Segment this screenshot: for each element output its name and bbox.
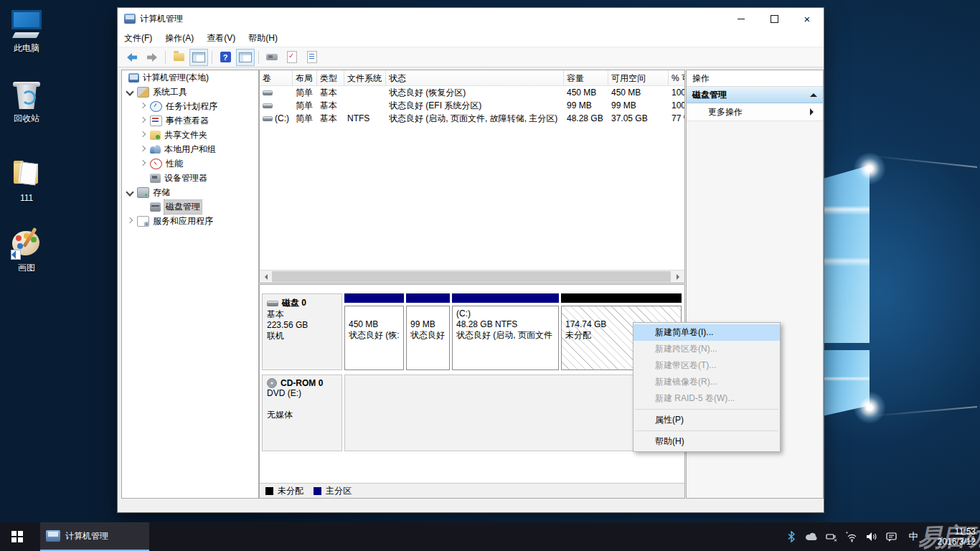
usb-device-icon[interactable]: [825, 530, 838, 543]
legend-label: 主分区: [326, 485, 352, 497]
windows-logo-icon: [11, 531, 23, 542]
disk-icon: [267, 301, 278, 306]
onedrive-cloud-icon[interactable]: [805, 530, 818, 543]
taskbar-clock[interactable]: 11:53 2016/3/12: [928, 527, 976, 547]
tree-item-label: 本地用户和组: [164, 143, 216, 156]
more-actions-item[interactable]: 更多操作: [687, 103, 823, 121]
horizontal-scrollbar[interactable]: [260, 270, 684, 283]
scroll-right-arrow[interactable]: [672, 270, 684, 283]
tree-item-local-users-groups[interactable]: 本地用户和组: [122, 142, 258, 156]
column-header-percent-free[interactable]: % 可用: [669, 70, 685, 85]
toolbar-separator: [212, 51, 212, 64]
close-icon: ×: [804, 14, 811, 24]
chevron-right-icon[interactable]: [139, 131, 146, 138]
tree-item-event-viewer[interactable]: 事件查看器: [122, 113, 258, 128]
tree-item-device-manager[interactable]: 设备管理器: [122, 171, 258, 185]
tree-item-storage[interactable]: 存储: [122, 185, 258, 199]
context-menu: 新建简单卷(I)... 新建跨区卷(N)... 新建带区卷(T)... 新建镜像…: [633, 322, 781, 452]
tree-item-system-tools[interactable]: 系统工具: [122, 85, 258, 99]
chevron-down-icon[interactable]: [126, 88, 133, 95]
disk0-title: 磁盘 0: [282, 297, 306, 309]
show-console-tree-button[interactable]: [189, 49, 208, 66]
tools-icon: [137, 87, 149, 98]
desktop-icon-paint[interactable]: 画图: [4, 228, 49, 274]
table-row[interactable]: (C:) 简单 基本 NTFS 状态良好 (启动, 页面文件, 故障转储, 主分…: [260, 112, 684, 125]
column-header-type[interactable]: 类型: [317, 70, 344, 85]
tree-item-performance[interactable]: 性能: [122, 156, 258, 171]
menu-file[interactable]: 文件(F): [118, 32, 159, 44]
device-tool-button[interactable]: [263, 49, 281, 66]
desktop-icon-this-pc[interactable]: 此电脑: [4, 9, 49, 55]
table-row[interactable]: 简单 基本 状态良好 (恢复分区) 450 MB 450 MB 100 %: [260, 86, 684, 99]
volume-speaker-icon[interactable]: [865, 530, 878, 543]
tree-item-disk-management[interactable]: 磁盘管理: [122, 199, 258, 214]
menu-item-properties[interactable]: 属性(P): [633, 412, 780, 428]
back-arrow-icon: [126, 52, 138, 62]
cdrom-label-cell[interactable]: CD-ROM 0 DVD (E:) 无媒体: [262, 375, 342, 451]
clock-time: 11:53: [955, 527, 976, 537]
tree-item-root[interactable]: 计算机管理(本地): [122, 70, 258, 85]
minimize-button[interactable]: [725, 8, 758, 29]
device-icon: [266, 54, 278, 60]
column-header-free-space[interactable]: 可用空间: [608, 70, 669, 85]
disk0-label-cell[interactable]: 磁盘 0 基本 223.56 GB 联机: [262, 293, 342, 370]
partition-recovery[interactable]: 450 MB 状态良好 (恢:: [344, 293, 404, 370]
desktop-icon-folder-111[interactable]: 111: [4, 159, 49, 203]
document-check-icon: [287, 51, 297, 63]
desktop-icon-label: 111: [4, 193, 49, 203]
desktop-icon-label: 画图: [4, 262, 49, 274]
menu-item-new-simple-volume[interactable]: 新建简单卷(I)...: [633, 324, 780, 341]
chevron-right-icon[interactable]: [139, 160, 146, 167]
scroll-left-arrow[interactable]: [260, 270, 272, 283]
table-row[interactable]: 简单 基本 状态良好 (EFI 系统分区) 99 MB 99 MB 100 %: [260, 99, 684, 112]
column-header-filesystem[interactable]: 文件系统: [344, 70, 386, 85]
tree-item-shared-folders[interactable]: 共享文件夹: [122, 128, 258, 142]
legend-label: 未分配: [278, 485, 303, 497]
column-header-layout[interactable]: 布局: [293, 70, 317, 85]
column-header-volume[interactable]: 卷: [260, 70, 293, 85]
column-header-capacity[interactable]: 容量: [564, 70, 608, 85]
chevron-right-icon[interactable]: [126, 217, 133, 225]
forward-button[interactable]: [143, 49, 161, 66]
check-task-button[interactable]: [283, 49, 301, 66]
task-label: 计算机管理: [65, 530, 108, 542]
partition-efi[interactable]: 99 MB 状态良好: [406, 293, 450, 370]
menu-action[interactable]: 操作(A): [159, 32, 200, 44]
title-bar[interactable]: 计算机管理 ×: [118, 8, 824, 29]
chevron-right-icon[interactable]: [139, 103, 146, 110]
chevron-right-icon[interactable]: [139, 146, 146, 153]
menu-help[interactable]: 帮助(H): [242, 32, 284, 44]
help-button[interactable]: ?: [216, 49, 235, 66]
column-header-status[interactable]: 状态: [386, 70, 564, 85]
desktop-icon-recycle-bin[interactable]: 回收站: [4, 79, 49, 125]
actions-section-disk-management[interactable]: 磁盘管理: [687, 87, 823, 103]
maximize-button[interactable]: [758, 8, 791, 29]
toolbar: ?: [118, 47, 824, 67]
tree-item-task-scheduler[interactable]: 任务计划程序: [122, 99, 258, 113]
disk0-size: 223.56 GB: [267, 320, 337, 331]
start-button[interactable]: [0, 522, 34, 551]
back-button[interactable]: [123, 49, 141, 66]
up-level-button[interactable]: [169, 49, 188, 66]
taskbar-task-computer-management[interactable]: 计算机管理: [40, 522, 149, 551]
paint-icon: [9, 228, 44, 260]
tree-item-services-applications[interactable]: 服务和应用程序: [122, 214, 258, 228]
bluetooth-icon[interactable]: [785, 530, 798, 543]
show-action-pane-button[interactable]: [236, 49, 255, 66]
scrollbar-thumb[interactable]: [272, 271, 671, 282]
chevron-down-icon[interactable]: [126, 189, 133, 196]
wifi-icon[interactable]: *: [845, 530, 858, 543]
shared-folder-icon: [150, 131, 161, 140]
toolbar-separator: [165, 51, 166, 64]
collapse-arrow-icon[interactable]: [810, 90, 817, 97]
close-button[interactable]: ×: [791, 8, 824, 29]
menu-view[interactable]: 查看(V): [200, 32, 242, 44]
partition-c[interactable]: (C:) 48.28 GB NTFS 状态良好 (启动, 页面文件: [452, 293, 559, 370]
menu-item-help[interactable]: 帮助(H): [633, 433, 780, 450]
cdrom-media-cell[interactable]: [344, 375, 682, 451]
notification-message-icon[interactable]: [885, 530, 898, 543]
chevron-right-icon[interactable]: [139, 117, 146, 124]
folder-icon: [9, 159, 44, 191]
ime-language-indicator[interactable]: 中: [905, 530, 921, 543]
task-list-button[interactable]: [303, 49, 321, 66]
